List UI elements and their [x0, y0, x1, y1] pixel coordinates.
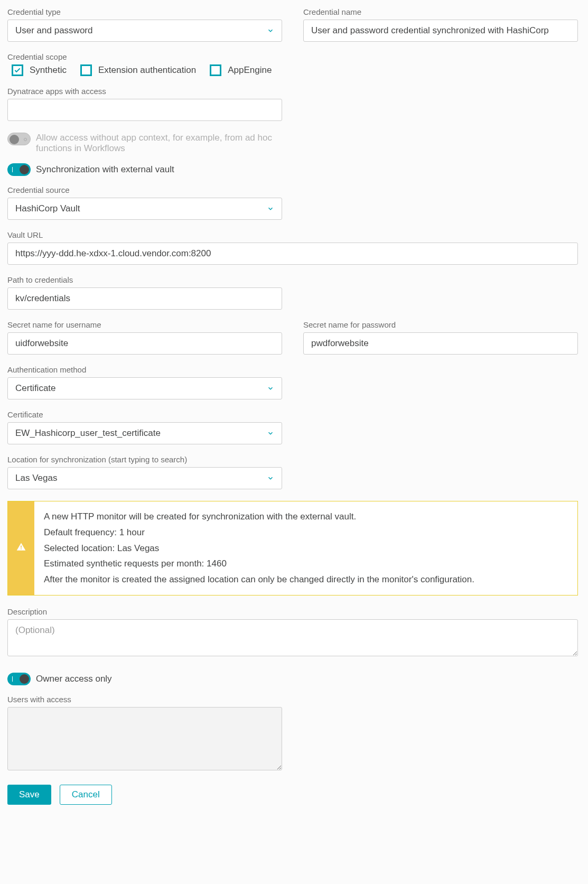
scope-extension-checkbox[interactable]: Extension authentication — [80, 64, 196, 76]
alert-line: A new HTTP monitor will be created for s… — [44, 509, 474, 525]
credential-scope-label: Credential scope — [7, 52, 581, 61]
save-button[interactable]: Save — [7, 785, 51, 805]
path-label: Path to credentials — [7, 275, 581, 284]
credential-name-input[interactable] — [303, 20, 578, 42]
credential-source-label: Credential source — [7, 185, 581, 194]
users-access-textarea[interactable] — [7, 707, 282, 770]
chevron-down-icon — [267, 430, 274, 437]
alert-line: Selected location: Las Vegas — [44, 541, 474, 556]
vault-url-input[interactable] — [7, 243, 578, 265]
owner-only-toggle[interactable] — [7, 673, 31, 685]
scope-appengine-checkbox[interactable]: AppEngine — [210, 64, 272, 76]
auth-method-select[interactable]: Certificate — [7, 377, 282, 399]
scope-extension-label: Extension authentication — [98, 65, 196, 76]
location-label: Location for synchronization (start typi… — [7, 455, 581, 464]
auth-method-label: Authentication method — [7, 365, 581, 374]
path-input[interactable] — [7, 287, 282, 310]
chevron-down-icon — [267, 474, 274, 482]
chevron-down-icon — [267, 205, 274, 212]
credential-type-label: Credential type — [7, 7, 282, 16]
location-select[interactable]: Las Vegas — [7, 467, 282, 489]
owner-only-label: Owner access only — [36, 674, 112, 684]
credential-type-value: User and password — [15, 25, 92, 36]
allow-no-context-label: Allow access without app context, for ex… — [36, 133, 279, 154]
sync-alert: A new HTTP monitor will be created for s… — [7, 501, 578, 595]
users-access-label: Users with access — [7, 695, 581, 704]
warning-icon — [16, 542, 26, 555]
alert-line: Default frequency: 1 hour — [44, 525, 474, 541]
secret-pass-label: Secret name for password — [303, 320, 578, 329]
certificate-value: EW_Hashicorp_user_test_certificate — [15, 428, 161, 439]
certificate-label: Certificate — [7, 410, 581, 419]
scope-appengine-label: AppEngine — [228, 65, 272, 76]
scope-synthetic-label: Synthetic — [30, 65, 67, 76]
secret-user-input[interactable] — [7, 332, 282, 355]
chevron-down-icon — [267, 385, 274, 392]
location-value: Las Vegas — [15, 473, 57, 483]
apps-access-label: Dynatrace apps with access — [7, 87, 581, 96]
sync-external-label: Synchronization with external vault — [36, 164, 174, 175]
vault-url-label: Vault URL — [7, 230, 581, 239]
credential-source-value: HashiCorp Vault — [15, 203, 80, 214]
allow-no-context-toggle[interactable] — [7, 133, 31, 145]
credential-source-select[interactable]: HashiCorp Vault — [7, 198, 282, 220]
certificate-select[interactable]: EW_Hashicorp_user_test_certificate — [7, 422, 282, 444]
secret-pass-input[interactable] — [303, 332, 578, 355]
description-textarea[interactable] — [7, 619, 578, 656]
credential-type-select[interactable]: User and password — [7, 20, 282, 42]
alert-line: Estimated synthetic requests per month: … — [44, 556, 474, 572]
svg-rect-1 — [21, 548, 22, 550]
cancel-button[interactable]: Cancel — [60, 785, 112, 805]
auth-method-value: Certificate — [15, 383, 56, 394]
sync-external-toggle[interactable] — [7, 163, 31, 176]
chevron-down-icon — [267, 27, 274, 34]
credential-name-label: Credential name — [303, 7, 578, 16]
scope-synthetic-checkbox[interactable]: Synthetic — [12, 64, 67, 76]
secret-user-label: Secret name for username — [7, 320, 282, 329]
apps-access-input[interactable] — [7, 99, 282, 121]
description-label: Description — [7, 607, 581, 616]
svg-rect-0 — [21, 545, 22, 547]
check-icon — [14, 67, 21, 74]
alert-line: After the monitor is created the assigne… — [44, 572, 474, 588]
